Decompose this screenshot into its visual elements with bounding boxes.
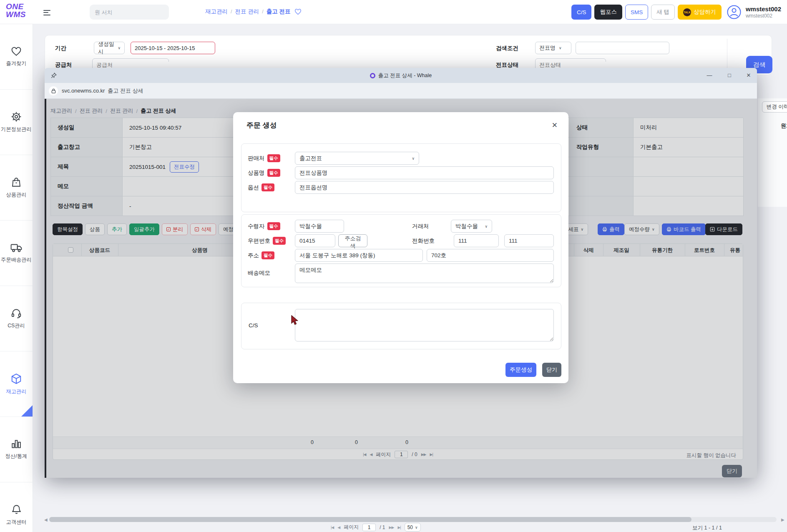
heart-icon [11,46,22,56]
popup-url-domain[interactable]: svc.onewms.co.kr [62,88,105,94]
sidebar-item-cs[interactable]: CS관리 [0,286,33,351]
minimize-icon[interactable]: — [706,72,713,78]
cs-button[interactable]: C/S [571,5,592,20]
truck-icon [10,243,22,253]
phone2-input[interactable] [504,234,554,247]
period-range-input[interactable] [131,42,215,54]
headset-icon [11,308,22,319]
popup-url-page-title: 출고 전표 상세 [108,87,143,95]
phone-label: 전화번호 [412,237,454,245]
cs-label: C/S [249,322,258,329]
main-pagination: |◀ ◀ 페이지 / 1 ▶▶ ▶| 50∨ [331,523,421,532]
scroll-right-icon[interactable]: ▶ [781,517,784,522]
popup-page-content: 재고관리 / 전표 관리 / 전표 관리 / 출고 전표 상세 생성일 2025… [45,99,757,478]
breadcrumb-slip-mgmt[interactable]: 전표 관리 [235,8,259,15]
close-window-icon[interactable]: ✕ [745,72,752,78]
address-label: 주소필수 [248,251,295,259]
client-select[interactable]: 박철수몰∨ [451,220,492,233]
view-range-info: 보기 1 - 1 / 1 [692,524,722,532]
sidebar-item-basic-info[interactable]: 기본정보관리 [0,90,33,155]
lock-icon[interactable] [49,86,58,95]
period-label: 기간 [55,45,66,52]
address1-input[interactable] [295,249,423,262]
user-avatar-icon[interactable] [727,5,741,19]
active-corner-marker [21,405,33,417]
sidebar-item-inventory[interactable]: 재고관리 [0,351,33,417]
breadcrumb-outbound-slip[interactable]: 출고 전표 [267,8,291,15]
page-total: / 1 [380,524,385,530]
sidebar-item-favorites[interactable]: 즐겨찾기 [0,24,33,90]
product-name-input[interactable] [295,166,554,179]
scroll-left-icon[interactable]: ◀ [44,517,48,522]
breadcrumb-inventory[interactable]: 재고관리 [205,8,228,15]
condition-input[interactable] [576,42,669,54]
cube-icon [11,373,22,384]
modal-close-button[interactable]: 닫기 [542,363,561,377]
mouse-cursor [291,315,299,325]
favorite-heart-icon[interactable] [294,8,302,15]
required-badge: 필수 [267,222,280,230]
gear-icon [11,111,22,122]
sidebar-item-order-shipping[interactable]: 주문배송관리 [0,221,33,286]
delivery-memo-label: 배송메모 [248,263,295,277]
pin-icon[interactable] [50,72,57,79]
address2-input[interactable] [427,249,554,262]
product-name-label: 상품명필수 [248,169,295,177]
cost-column-header-fragment: 원가 [781,122,787,130]
maximize-icon[interactable]: □ [726,72,733,78]
user-name: wmstest002 [746,5,781,13]
popup-window: 출고 전표 상세 - Whale — □ ✕ svc.onewms.co.kr … [45,68,757,478]
first-page-icon[interactable]: |◀ [331,525,334,529]
condition-type-select[interactable]: 전표명∨ [535,42,571,54]
menu-icon[interactable] [43,8,50,17]
bar-chart-icon [11,439,22,449]
page-size-select[interactable]: 50∨ [405,523,421,532]
receiver-input[interactable] [295,220,344,233]
global-search [90,5,169,20]
horizontal-scrollbar-thumb[interactable] [49,517,691,522]
modal-close-icon[interactable]: ✕ [552,121,558,130]
consult-button[interactable]: TALK 상담하기 [678,5,722,20]
cs-fieldset: C/S [241,303,561,349]
phone1-input[interactable] [454,234,499,247]
next-page-icon[interactable]: ▶▶ [389,525,394,529]
option-label: 옵션필수 [248,183,295,191]
zip-input[interactable] [295,234,335,247]
sms-button[interactable]: SMS [625,5,648,20]
supplier-input[interactable] [96,62,170,68]
sidebar-nav: 즐겨찾기 기본정보관리 상품관리 주문배송관리 CS관리 재고관리 정산/통계 … [0,24,33,532]
sidebar-item-products[interactable]: 상품관리 [0,155,33,221]
required-badge: 필수 [273,237,286,245]
period-type-select[interactable]: 생성일시∨ [94,42,125,54]
bell-icon [11,504,22,515]
page-label: 페이지 [344,524,359,531]
user-id: wmstest002 [746,13,781,19]
popup-title-bar[interactable]: 출고 전표 상세 - Whale — □ ✕ [45,68,757,83]
top-bar: ONE WMS 재고관리 / 전표 관리 / 출고 전표 C/S 웹포스 SMS… [0,0,787,24]
seller-select[interactable]: 출고전표∨ [295,152,419,165]
chevron-down-icon: ∨ [415,525,418,529]
option-input[interactable] [295,181,554,194]
prev-page-icon[interactable]: ◀ [337,525,340,529]
global-search-input[interactable] [95,9,168,15]
new-tab-button[interactable]: 새 탭 [651,5,675,20]
chevron-down-icon: ∨ [118,46,121,50]
address-search-button[interactable]: 주소검색 [338,234,367,247]
delivery-memo-textarea[interactable]: 메모메모 [295,263,554,283]
popup-title: 출고 전표 상세 - Whale [378,72,432,79]
popup-title-wrap: 출고 전표 상세 - Whale [45,68,757,83]
background-panel-fragment [758,98,787,207]
sidebar-item-support[interactable]: 고객센터 [0,482,33,532]
popup-url-bar: svc.onewms.co.kr 출고 전표 상세 [45,83,757,99]
filter-divider [727,39,727,72]
required-badge: 필수 [267,154,280,162]
sidebar-item-settlement[interactable]: 정산/통계 [0,417,33,482]
last-page-icon[interactable]: ▶| [397,525,400,529]
page-input[interactable] [362,524,376,531]
receiver-label: 수령자필수 [248,222,295,230]
change-history-button[interactable]: 변경 이력 [762,101,787,113]
cs-textarea[interactable] [295,309,554,341]
status-input[interactable] [539,62,613,68]
webpos-button[interactable]: 웹포스 [594,5,622,20]
create-order-button[interactable]: 주문생성 [505,363,536,377]
